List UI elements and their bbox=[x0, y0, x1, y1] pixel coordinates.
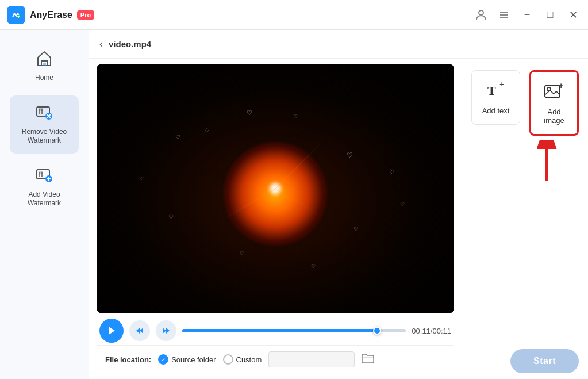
custom-radio[interactable] bbox=[223, 354, 233, 365]
svg-text:+: + bbox=[559, 81, 563, 90]
source-folder-radio[interactable] bbox=[158, 354, 168, 365]
pro-badge: Pro bbox=[77, 10, 94, 20]
file-location-label: File location: bbox=[105, 355, 151, 364]
window-controls: − □ ✕ bbox=[473, 7, 581, 23]
particle: ♡ bbox=[293, 114, 298, 120]
svg-point-4 bbox=[479, 10, 483, 15]
particle: ♡ bbox=[389, 169, 394, 175]
custom-path-input[interactable] bbox=[268, 351, 355, 367]
particle: ♡ bbox=[175, 134, 180, 140]
particle: ♡ bbox=[204, 127, 210, 134]
add-text-button[interactable]: T + Add text bbox=[471, 70, 520, 125]
add-image-button[interactable]: + Add image bbox=[529, 70, 579, 136]
add-video-label: Add VideoWatermark bbox=[28, 190, 61, 208]
minimize-button[interactable]: − bbox=[519, 7, 535, 23]
add-text-label: Add text bbox=[482, 106, 510, 115]
remove-video-icon bbox=[35, 104, 53, 124]
svg-rect-11 bbox=[39, 108, 43, 111]
tools-row: T + Add text + bbox=[471, 70, 579, 136]
start-button[interactable]: Start bbox=[510, 349, 579, 373]
back-button[interactable]: ‹ bbox=[99, 38, 103, 50]
video-container: ♡ ♡ ♡ ♡ ♡ ♡ ♡ ♡ ♡ ♡ ♡ ♡ bbox=[97, 64, 454, 313]
arrow-indicator bbox=[471, 140, 579, 186]
sidebar-item-add-video[interactable]: Add VideoWatermark bbox=[10, 158, 79, 216]
svg-rect-9 bbox=[43, 63, 46, 66]
particle: ♡ bbox=[247, 109, 252, 117]
particle: ♡ bbox=[240, 251, 244, 256]
home-label: Home bbox=[35, 74, 53, 83]
svg-text:+: + bbox=[499, 80, 504, 89]
particle: ♡ bbox=[168, 213, 174, 220]
particle: ♡ bbox=[353, 226, 358, 232]
progress-thumb bbox=[373, 327, 381, 335]
remove-video-label: Remove VideoWatermark bbox=[22, 128, 67, 146]
user-button[interactable] bbox=[473, 7, 489, 23]
browse-folder-button[interactable] bbox=[362, 353, 374, 366]
video-tools-area: ♡ ♡ ♡ ♡ ♡ ♡ ♡ ♡ ♡ ♡ ♡ ♡ bbox=[89, 59, 588, 379]
progress-fill bbox=[182, 329, 377, 332]
maximize-button[interactable]: □ bbox=[542, 7, 558, 23]
video-section: ♡ ♡ ♡ ♡ ♡ ♡ ♡ ♡ ♡ ♡ ♡ ♡ bbox=[89, 59, 462, 379]
tools-panel: T + Add text + bbox=[462, 59, 588, 379]
content-area: ‹ video.mp4 ♡ ♡ ♡ bbox=[89, 30, 588, 379]
svg-rect-20 bbox=[545, 86, 560, 97]
custom-label: Custom bbox=[236, 355, 262, 364]
particle: ♡ bbox=[311, 263, 316, 269]
time-display: 00:11/00:11 bbox=[412, 327, 451, 335]
svg-text:T: T bbox=[487, 83, 496, 98]
app-name: AnyErase bbox=[30, 10, 72, 20]
app-icon bbox=[7, 6, 25, 24]
svg-rect-14 bbox=[39, 171, 43, 174]
add-image-label: Add image bbox=[538, 108, 570, 125]
forward-button[interactable] bbox=[156, 320, 176, 341]
add-text-icon: T + bbox=[486, 80, 506, 103]
close-button[interactable]: ✕ bbox=[565, 7, 581, 23]
particle: ♡ bbox=[347, 151, 353, 159]
add-image-icon: + bbox=[544, 81, 564, 104]
start-button-container: Start bbox=[510, 349, 579, 373]
main-layout: Home Remove VideoWatermark bbox=[0, 30, 588, 379]
home-icon bbox=[35, 49, 53, 70]
play-button[interactable] bbox=[99, 319, 124, 343]
particle: ♡ bbox=[400, 201, 405, 207]
svg-rect-0 bbox=[10, 9, 22, 21]
video-controls: 00:11/00:11 bbox=[97, 313, 454, 345]
custom-option[interactable]: Custom bbox=[223, 354, 262, 365]
sidebar: Home Remove VideoWatermark bbox=[0, 30, 89, 379]
file-title: video.mp4 bbox=[109, 39, 151, 49]
app-branding: AnyErase Pro bbox=[7, 6, 94, 24]
file-location-bar: File location: Source folder Custom bbox=[97, 345, 454, 373]
sidebar-item-remove-video[interactable]: Remove VideoWatermark bbox=[10, 95, 79, 154]
video-preview: ♡ ♡ ♡ ♡ ♡ ♡ ♡ ♡ ♡ ♡ ♡ ♡ bbox=[97, 64, 454, 313]
sidebar-item-home[interactable]: Home bbox=[10, 41, 79, 91]
rewind-button[interactable] bbox=[129, 320, 150, 341]
source-folder-label: Source folder bbox=[171, 355, 216, 364]
title-bar: AnyErase Pro − □ ✕ bbox=[0, 0, 588, 30]
add-video-icon bbox=[35, 166, 53, 187]
particle: ♡ bbox=[140, 176, 144, 181]
progress-bar[interactable] bbox=[182, 329, 406, 332]
source-folder-option[interactable]: Source folder bbox=[158, 354, 216, 365]
menu-button[interactable] bbox=[496, 7, 512, 23]
top-bar: ‹ video.mp4 bbox=[89, 30, 588, 59]
